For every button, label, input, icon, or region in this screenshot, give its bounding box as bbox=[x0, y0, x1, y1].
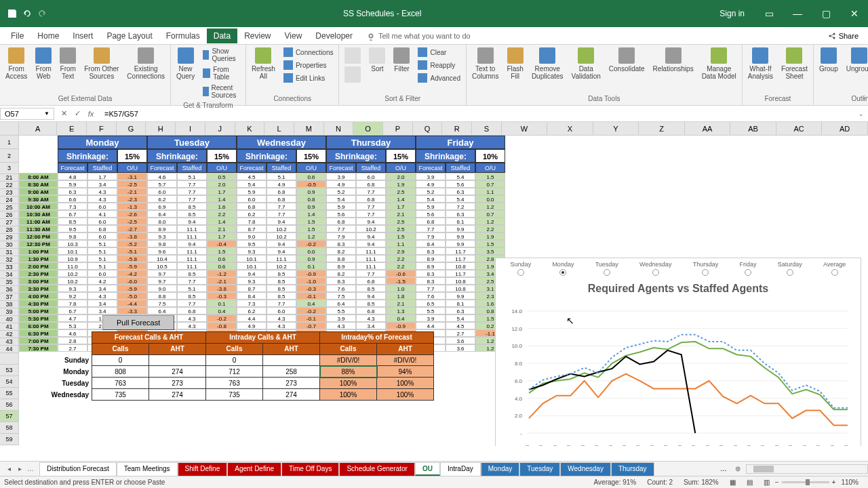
data-cell[interactable]: 5.4 bbox=[326, 195, 356, 203]
data-cell[interactable]: 10.8 bbox=[446, 277, 475, 285]
data-cell[interactable]: 10.2 bbox=[267, 225, 296, 232]
data-cell[interactable]: 3.4 bbox=[87, 300, 117, 307]
col-header[interactable]: AD bbox=[822, 122, 868, 136]
data-cell[interactable]: 9.3 bbox=[237, 277, 267, 285]
data-cell[interactable]: 4.6 bbox=[147, 173, 177, 180]
data-cell[interactable]: 5.6 bbox=[446, 180, 475, 188]
ribbon-btn[interactable]: Reapply bbox=[415, 59, 462, 71]
data-cell[interactable]: 1.4 bbox=[207, 218, 237, 225]
data-cell[interactable]: 7.7 bbox=[177, 180, 207, 188]
row-header[interactable]: 31 bbox=[0, 249, 19, 256]
col-header[interactable]: R bbox=[442, 122, 472, 136]
row-header[interactable]: 58 bbox=[0, 422, 19, 434]
data-cell[interactable]: 8.9 bbox=[416, 262, 446, 270]
data-cell[interactable]: 7.7 bbox=[177, 188, 207, 195]
fx-icon[interactable]: fx bbox=[85, 108, 96, 119]
data-cell[interactable]: 9.3 bbox=[58, 285, 87, 292]
data-cell[interactable]: 11.1 bbox=[177, 262, 207, 270]
ft-cell[interactable]: 0 bbox=[206, 354, 263, 366]
time-cell[interactable]: 2:00 PM bbox=[19, 262, 58, 270]
data-cell[interactable]: 10.2 bbox=[267, 232, 296, 240]
sheet-tab[interactable]: Thursday bbox=[611, 462, 654, 476]
data-cell[interactable]: 5.2 bbox=[326, 188, 356, 195]
chart-day-option[interactable]: Sunday bbox=[511, 261, 532, 277]
sheet-tab[interactable]: Distribution Forecast bbox=[39, 462, 117, 476]
data-cell[interactable]: -5.9 bbox=[117, 262, 147, 270]
data-cell[interactable]: 5.1 bbox=[177, 173, 207, 180]
time-cell[interactable]: 11:00 AM bbox=[19, 218, 58, 225]
data-cell[interactable]: -1.5 bbox=[386, 277, 416, 285]
ribbon-btn[interactable]: Relationships bbox=[650, 46, 696, 74]
data-cell[interactable]: 8.3 bbox=[326, 240, 356, 247]
ribbon-btn[interactable]: From Table bbox=[200, 64, 243, 82]
data-cell[interactable]: 3.4 bbox=[87, 307, 117, 314]
row-header[interactable]: 35 bbox=[0, 279, 19, 286]
horizontal-scrollbar[interactable] bbox=[746, 464, 868, 474]
data-cell[interactable]: 1.8 bbox=[386, 292, 416, 300]
data-cell[interactable]: 11.1 bbox=[356, 262, 386, 270]
collapse-ribbon-icon[interactable]: ˆ bbox=[863, 98, 865, 105]
tell-me-input[interactable]: Tell me what you want to do bbox=[366, 31, 471, 41]
ft-cell[interactable]: 712 bbox=[206, 366, 263, 378]
row-header[interactable]: 53 bbox=[0, 365, 19, 376]
data-cell[interactable]: 6.8 bbox=[356, 195, 386, 203]
data-cell[interactable]: 10.2 bbox=[267, 262, 296, 270]
row-header[interactable]: 3 bbox=[0, 163, 19, 174]
data-cell[interactable]: 6.3 bbox=[446, 210, 475, 218]
ft-cell[interactable]: 808 bbox=[92, 366, 149, 378]
data-cell[interactable]: 1.1 bbox=[386, 240, 416, 247]
ft-cell[interactable] bbox=[149, 354, 206, 366]
data-cell[interactable]: 7.3 bbox=[58, 203, 87, 210]
data-cell[interactable]: -2.6 bbox=[117, 210, 147, 218]
data-cell[interactable]: 10.2 bbox=[356, 225, 386, 232]
data-cell[interactable]: 5.7 bbox=[147, 180, 177, 188]
row-header[interactable]: 55 bbox=[0, 388, 19, 399]
data-cell[interactable]: -2.1 bbox=[207, 277, 237, 285]
row-header[interactable]: 41 bbox=[0, 323, 19, 331]
data-cell[interactable]: 9.5 bbox=[237, 240, 267, 247]
data-cell[interactable]: 8.5 bbox=[177, 210, 207, 218]
col-header[interactable]: A bbox=[19, 122, 58, 136]
data-cell[interactable]: 1.1 bbox=[475, 188, 505, 195]
col-header[interactable]: J bbox=[205, 122, 235, 136]
data-cell[interactable]: 7.7 bbox=[356, 188, 386, 195]
data-cell[interactable]: 7.7 bbox=[177, 195, 207, 203]
data-cell[interactable]: 8.2 bbox=[326, 247, 356, 255]
ft-cell[interactable]: 100% bbox=[320, 378, 377, 389]
row-header[interactable]: 30 bbox=[0, 241, 19, 249]
data-cell[interactable]: 5.1 bbox=[87, 255, 117, 262]
data-cell[interactable]: 7.5 bbox=[147, 300, 177, 307]
data-cell[interactable]: 2.5 bbox=[386, 225, 416, 232]
data-cell[interactable]: 8.9 bbox=[326, 262, 356, 270]
data-cell[interactable]: 7.9 bbox=[416, 232, 446, 240]
data-cell[interactable]: 0.6 bbox=[207, 255, 237, 262]
data-cell[interactable]: 4.9 bbox=[267, 180, 296, 188]
formula-input[interactable]: =K57/G57 bbox=[100, 108, 854, 119]
data-cell[interactable]: 1.0 bbox=[386, 285, 416, 292]
time-cell[interactable]: 4:00 PM bbox=[19, 292, 58, 300]
data-cell[interactable]: 1.2 bbox=[296, 232, 326, 240]
col-header[interactable]: P bbox=[383, 122, 413, 136]
tab-review[interactable]: Review bbox=[237, 28, 277, 43]
data-cell[interactable]: 1.7 bbox=[386, 203, 416, 210]
row-header[interactable]: 39 bbox=[0, 308, 19, 316]
data-cell[interactable]: -0.2 bbox=[296, 240, 326, 247]
name-box[interactable]: O57▼ bbox=[0, 108, 54, 120]
data-cell[interactable]: 8.5 bbox=[177, 270, 207, 277]
data-cell[interactable]: 9.0 bbox=[237, 232, 267, 240]
data-cell[interactable]: 2.1 bbox=[207, 225, 237, 232]
data-cell[interactable]: 1.5 bbox=[296, 225, 326, 232]
tab-home[interactable]: Home bbox=[31, 28, 66, 43]
ribbon-btn[interactable]: From Other Sources bbox=[81, 46, 121, 81]
data-cell[interactable]: 9.8 bbox=[58, 232, 87, 240]
enter-formula-icon[interactable]: ✓ bbox=[72, 108, 83, 119]
tab-view[interactable]: View bbox=[278, 28, 309, 43]
sheet-tab[interactable]: Time Off Days bbox=[281, 462, 339, 476]
data-cell[interactable]: 9.4 bbox=[356, 240, 386, 247]
data-cell[interactable]: 6.0 bbox=[87, 218, 117, 225]
data-cell[interactable]: 6.0 bbox=[267, 307, 296, 314]
data-cell[interactable]: 11.7 bbox=[446, 255, 475, 262]
data-cell[interactable]: 6.0 bbox=[87, 270, 117, 277]
ft-cell[interactable]: #DIV/0! bbox=[377, 354, 434, 366]
data-cell[interactable]: 8.3 bbox=[416, 277, 446, 285]
